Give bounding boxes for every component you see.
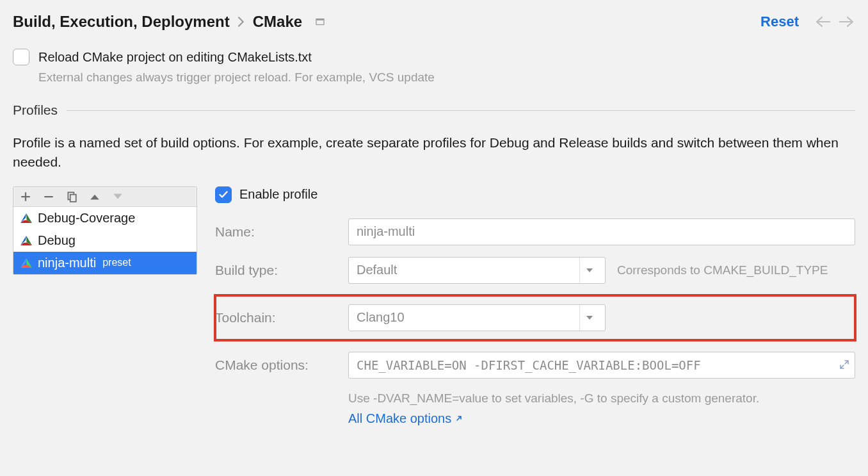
cmake-options-input[interactable]: CHE_VARIABLE=ON -DFIRST_CACHE_VARIABLE:B…: [348, 352, 855, 379]
breadcrumb: Build, Execution, Deployment CMake: [13, 13, 325, 31]
chevron-down-icon: [579, 305, 599, 331]
toolchain-label: Toolchain:: [215, 310, 337, 325]
profile-item-label: Debug-Coverage: [38, 211, 135, 226]
build-type-value: Default: [357, 263, 397, 277]
toolchain-value: Clang10: [357, 310, 405, 325]
reload-hint: External changes always trigger project …: [38, 70, 855, 85]
build-type-select[interactable]: Default: [348, 257, 606, 284]
profile-item-selected[interactable]: ninja-multi preset: [13, 252, 197, 274]
profiles-description: Profile is a named set of build options.…: [13, 133, 855, 172]
profile-form: Enable profile Name: Build type: Default…: [215, 186, 855, 428]
reload-checkbox[interactable]: [13, 49, 29, 65]
divider: [67, 110, 855, 111]
profile-preset-tag: preset: [102, 257, 131, 268]
reset-button[interactable]: Reset: [760, 13, 799, 30]
chevron-down-icon: [579, 258, 599, 283]
profile-list: Debug-Coverage Debug ninja-multi preset: [13, 186, 197, 275]
enable-profile-label: Enable profile: [239, 187, 317, 202]
options-hint: Use -DVAR_NAME=value to set variables, -…: [348, 390, 855, 407]
add-profile-button[interactable]: [20, 191, 31, 202]
back-arrow-icon[interactable]: [814, 15, 831, 28]
toolchain-select[interactable]: Clang10: [348, 304, 606, 331]
cmake-icon: [20, 213, 33, 223]
all-cmake-options-link[interactable]: All CMake options: [348, 409, 463, 427]
remove-profile-button[interactable]: [43, 191, 54, 202]
name-input[interactable]: [348, 218, 855, 245]
cmake-icon: [20, 258, 33, 268]
external-link-icon: [455, 414, 463, 422]
profile-toolbar: [13, 187, 197, 207]
options-link-text: All CMake options: [348, 409, 451, 427]
profile-item[interactable]: Debug: [13, 229, 197, 252]
enable-profile-checkbox[interactable]: [215, 186, 232, 203]
svg-rect-1: [316, 19, 324, 21]
reload-checkbox-label: Reload CMake project on editing CMakeLis…: [38, 50, 312, 65]
name-label: Name:: [215, 224, 337, 240]
breadcrumb-current: CMake: [253, 13, 302, 31]
cmake-options-label: CMake options:: [215, 357, 337, 373]
breadcrumb-parent[interactable]: Build, Execution, Deployment: [13, 13, 230, 31]
move-up-button[interactable]: [89, 192, 100, 201]
profile-item-label: ninja-multi: [38, 256, 96, 270]
profile-item[interactable]: Debug-Coverage: [13, 207, 197, 229]
profile-item-label: Debug: [38, 233, 76, 248]
build-type-note: Corresponds to CMAKE_BUILD_TYPE: [617, 263, 828, 277]
profiles-section-title: Profiles: [13, 103, 58, 118]
expand-icon[interactable]: [839, 358, 849, 372]
window-icon: [315, 17, 325, 27]
build-type-label: Build type:: [215, 263, 337, 278]
move-down-button[interactable]: [112, 192, 124, 201]
forward-arrow-icon[interactable]: [839, 15, 855, 28]
chevron-right-icon: [237, 17, 245, 27]
cmake-icon: [20, 235, 33, 245]
svg-rect-3: [70, 195, 76, 202]
copy-profile-button[interactable]: [66, 191, 77, 202]
cmake-options-value: CHE_VARIABLE=ON -DFIRST_CACHE_VARIABLE:B…: [357, 358, 701, 372]
